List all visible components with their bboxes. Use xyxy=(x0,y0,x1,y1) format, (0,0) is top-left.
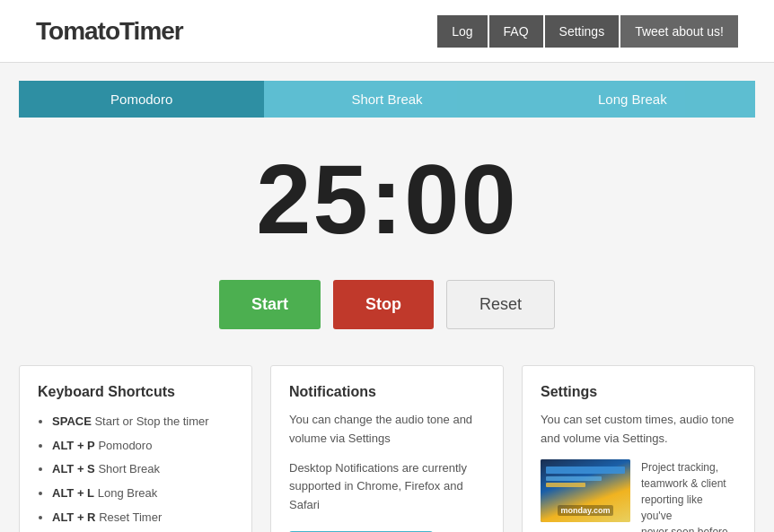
shortcut-alt-r: ALT + R Reset Timer xyxy=(52,507,233,529)
start-button[interactable]: Start xyxy=(219,280,321,329)
shortcut-key-alts: ALT + S xyxy=(52,462,95,475)
shortcut-alt-p: ALT + P Pomodoro xyxy=(52,435,233,458)
notifications-text1: You can change the audio tone and volume… xyxy=(289,411,485,449)
nav-tweet[interactable]: Tweet about us! xyxy=(620,15,738,48)
nav-log[interactable]: Log xyxy=(437,15,487,48)
shortcut-desc-altr: Reset Timer xyxy=(99,510,162,524)
notifications-title: Notifications xyxy=(289,384,485,400)
timer-display: 25:00 xyxy=(19,144,755,253)
timer-tabs: Pomodoro Short Break Long Break xyxy=(19,81,755,118)
shortcut-desc-altp: Pomodoro xyxy=(98,439,152,452)
settings-text: You can set custom times, audio tone and… xyxy=(541,411,736,449)
shortcut-key-altr: ALT + R xyxy=(52,510,96,524)
ad-tagline: Project tracking, teamwork & client repo… xyxy=(641,459,736,532)
ad-logo-container: monday.com xyxy=(541,501,630,517)
settings-title: Settings xyxy=(541,384,736,400)
shortcut-alt-s: ALT + S Short Break xyxy=(52,458,233,481)
shortcut-desc-space: Start or Stop the timer xyxy=(94,414,208,428)
shortcut-desc-altl: Long Break xyxy=(98,486,158,500)
shortcut-space: SPACE Start or Stop the timer xyxy=(52,411,233,433)
shortcut-desc-alts: Short Break xyxy=(98,462,160,475)
nav-settings[interactable]: Settings xyxy=(545,15,620,48)
ad-image: monday.com xyxy=(541,459,630,522)
tab-long-break[interactable]: Long Break xyxy=(510,81,755,118)
ad-logo: monday.com xyxy=(558,505,614,516)
timer-controls: Start Stop Reset xyxy=(19,280,755,329)
info-cards: Keyboard Shortcuts SPACE Start or Stop t… xyxy=(19,365,755,532)
shortcut-list: SPACE Start or Stop the timer ALT + P Po… xyxy=(38,411,233,528)
tab-pomodoro[interactable]: Pomodoro xyxy=(19,81,264,118)
notifications-text2: Desktop Notifications are currently supp… xyxy=(289,459,485,515)
shortcut-key-altl: ALT + L xyxy=(52,486,94,500)
keyboard-shortcuts-card: Keyboard Shortcuts SPACE Start or Stop t… xyxy=(19,365,252,532)
settings-ad: monday.com Project tracking, teamwork & … xyxy=(541,459,736,532)
tab-short-break[interactable]: Short Break xyxy=(264,81,509,118)
notifications-card: Notifications You can change the audio t… xyxy=(270,365,504,532)
header: TomatoTimer Log FAQ Settings Tweet about… xyxy=(0,0,774,63)
shortcut-alt-l: ALT + L Long Break xyxy=(52,483,233,505)
nav-faq[interactable]: FAQ xyxy=(489,15,543,48)
shortcut-key-space: SPACE xyxy=(52,414,92,428)
stop-button[interactable]: Stop xyxy=(333,280,434,329)
keyboard-shortcuts-title: Keyboard Shortcuts xyxy=(38,384,233,400)
ad-copy: Project tracking, teamwork & client repo… xyxy=(641,459,736,532)
settings-card: Settings You can set custom times, audio… xyxy=(522,365,755,532)
main-content: Pomodoro Short Break Long Break 25:00 St… xyxy=(1,63,773,532)
shortcut-key-altp: ALT + P xyxy=(52,439,95,452)
reset-button[interactable]: Reset xyxy=(446,280,555,329)
nav: Log FAQ Settings Tweet about us! xyxy=(437,15,738,48)
logo: TomatoTimer xyxy=(36,17,183,46)
timer-time: 25:00 xyxy=(19,144,755,253)
